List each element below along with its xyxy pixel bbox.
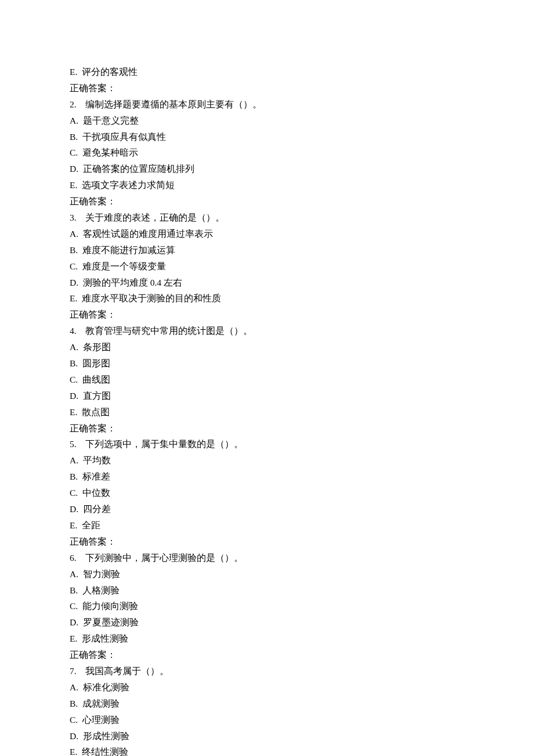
question-text: 我国高考属于（）。 [85,666,169,676]
option: C. 中位数 [70,485,464,501]
option: B. 成就测验 [70,696,464,712]
option: E. 终结性测验 [70,744,464,756]
question-text: 下列测验中，属于心理测验的是（）。 [85,553,243,563]
question-number: 4. [70,326,77,336]
option: A. 标准化测验 [70,679,464,696]
question-number: 6. [70,553,77,563]
option: B. 圆形图 [70,355,464,372]
question-text: 关于难度的表述，正确的是（）。 [85,213,225,222]
question-5: 5. 下列选项中，属于集中量数的是（）。 [70,436,464,452]
option: B. 干扰项应具有似真性 [70,129,464,145]
question-3: 3. 关于难度的表述，正确的是（）。 [70,210,464,226]
question-2: 2. 编制选择题要遵循的基本原则主要有（）。 [70,96,464,113]
answer-label: 正确答案： [70,307,464,323]
option: A. 客观性试题的难度用通过率表示 [70,226,464,242]
option: D. 正确答案的位置应随机排列 [70,161,464,177]
question-7: 7. 我国高考属于（）。 [70,663,464,679]
option: D. 形成性测验 [70,728,464,744]
option: E. 难度水平取决于测验的目的和性质 [70,290,464,307]
option: D. 直方图 [70,388,464,404]
question-number: 3. [70,213,77,222]
option: B. 标准差 [70,469,464,485]
answer-label: 正确答案： [70,193,464,210]
answer-label: 正确答案： [70,534,464,550]
option: C. 避免某种暗示 [70,145,464,161]
question-number: 7. [70,666,77,676]
fragment-option-e: E. 评分的客观性 [70,64,464,80]
fragment-answer: 正确答案： [70,80,464,96]
question-text: 下列选项中，属于集中量数的是（）。 [85,439,243,449]
answer-label: 正确答案： [70,420,464,437]
option: A. 条形图 [70,339,464,355]
option: B. 难度不能进行加减运算 [70,242,464,258]
option: C. 心理测验 [70,712,464,728]
question-number: 2. [70,99,77,109]
option: C. 能力倾向测验 [70,598,464,614]
question-number: 5. [70,439,77,449]
option: C. 曲线图 [70,372,464,388]
option: E. 散点图 [70,404,464,420]
option: E. 选项文字表述力求简短 [70,177,464,193]
question-text: 教育管理与研究中常用的统计图是（）。 [85,326,252,336]
document-page: E. 评分的客观性 正确答案： 2. 编制选择题要遵循的基本原则主要有（）。 A… [0,0,534,756]
question-6: 6. 下列测验中，属于心理测验的是（）。 [70,550,464,566]
question-text: 编制选择题要遵循的基本原则主要有（）。 [85,99,262,109]
option: A. 智力测验 [70,566,464,582]
option: A. 题干意义完整 [70,113,464,129]
option: D. 四分差 [70,501,464,517]
option: D. 罗夏墨迹测验 [70,614,464,631]
option: C. 难度是一个等级变量 [70,258,464,275]
option: D. 测验的平均难度 0.4 左右 [70,275,464,291]
question-4: 4. 教育管理与研究中常用的统计图是（）。 [70,323,464,339]
answer-label: 正确答案： [70,647,464,663]
option: E. 形成性测验 [70,631,464,647]
option: E. 全距 [70,517,464,534]
option: B. 人格测验 [70,582,464,599]
option: A. 平均数 [70,452,464,469]
